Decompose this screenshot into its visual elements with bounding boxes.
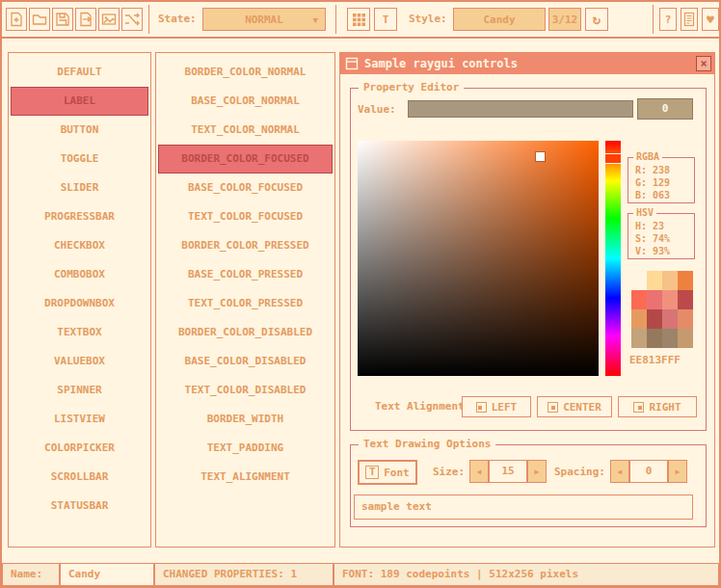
window-titlebar[interactable]: Sample raygui controls <box>340 53 714 74</box>
right-arrow-icon: ▶ <box>535 468 540 476</box>
control-list-item[interactable]: VALUEBOX <box>11 347 148 376</box>
control-list-item[interactable]: BUTTON <box>11 116 148 145</box>
right-arrow-icon: ▶ <box>676 468 681 476</box>
value-box[interactable]: 0 <box>637 98 693 120</box>
control-list-item[interactable]: LISTVIEW <box>11 405 148 434</box>
property-list-item[interactable]: TEXT_COLOR_FOCUSED <box>158 202 333 231</box>
spacing-value-box[interactable]: 0 <box>629 460 668 483</box>
export-image-button[interactable] <box>98 8 120 31</box>
sponsor-button[interactable]: ♥ <box>702 8 719 31</box>
control-list-item-selected[interactable]: LABEL <box>11 87 148 116</box>
property-list-item[interactable]: TEXT_PADDING <box>158 434 333 463</box>
name-status-label: Name: <box>2 563 60 586</box>
control-list-item[interactable]: SPINNER <box>11 376 148 405</box>
style-counter-value: 3/12 <box>552 13 578 26</box>
palette-swatch[interactable] <box>631 329 647 348</box>
property-list-item[interactable]: TEXT_COLOR_DISABLED <box>158 376 333 405</box>
palette-swatch[interactable] <box>678 309 693 329</box>
style-counter-button[interactable]: 3/12 <box>548 8 581 31</box>
control-list-item[interactable]: COLORPICKER <box>11 434 148 463</box>
help-icon: ? <box>665 13 672 26</box>
help-button[interactable]: ? <box>659 8 677 31</box>
align-center-label: CENTER <box>563 401 601 414</box>
property-list-item[interactable]: TEXT_ALIGNMENT <box>158 463 333 492</box>
palette-swatch[interactable] <box>678 290 693 309</box>
control-list-item[interactable]: TOGGLE <box>11 145 148 174</box>
heart-icon: ♥ <box>707 13 714 27</box>
size-label: Size: <box>433 462 465 483</box>
new-style-button[interactable] <box>6 8 27 31</box>
palette-swatch[interactable] <box>647 329 662 348</box>
align-left-button[interactable]: LEFT <box>462 396 531 417</box>
rgba-group: RGBA R: 238 G: 129 B: 063 <box>628 157 695 203</box>
properties-listview: BORDER_COLOR_NORMAL BASE_COLOR_NORMAL TE… <box>155 52 335 548</box>
palette-swatch[interactable] <box>631 271 647 290</box>
palette-swatch[interactable] <box>631 309 647 329</box>
property-list-item[interactable]: TEXT_COLOR_PRESSED <box>158 289 333 318</box>
state-dropdown[interactable]: NORMAL ▼ <box>202 8 326 31</box>
control-list-item[interactable]: CHECKBOX <box>11 231 148 260</box>
control-list-item[interactable]: PROGRESSBAR <box>11 202 148 231</box>
palette-swatch[interactable] <box>631 290 647 309</box>
spacing-increase-button[interactable]: ▶ <box>668 460 687 483</box>
palette-swatch[interactable] <box>647 290 662 309</box>
size-increase-button[interactable]: ▶ <box>527 460 547 483</box>
property-list-item[interactable]: BORDER_COLOR_DISABLED <box>158 318 333 347</box>
close-button[interactable]: × <box>696 56 711 71</box>
palette-swatch[interactable] <box>678 271 693 290</box>
property-list-item[interactable]: BASE_COLOR_NORMAL <box>158 87 333 116</box>
grid-view-button[interactable] <box>347 8 370 31</box>
property-list-item[interactable]: BASE_COLOR_PRESSED <box>158 260 333 289</box>
control-list-item[interactable]: TEXTBOX <box>11 318 148 347</box>
style-combobox[interactable]: Candy <box>453 8 546 31</box>
toolbar-divider <box>335 5 336 34</box>
palette-swatch[interactable] <box>647 271 662 290</box>
spacing-label: Spacing: <box>554 462 605 483</box>
control-list-item[interactable]: SCROLLBAR <box>11 463 148 492</box>
style-name-input[interactable]: Candy <box>60 563 154 586</box>
about-button[interactable] <box>681 8 698 31</box>
align-right-button[interactable]: RIGHT <box>618 396 697 417</box>
palette-swatch[interactable] <box>678 329 693 348</box>
hue-bar[interactable] <box>605 141 621 376</box>
random-style-button[interactable] <box>121 8 143 31</box>
property-list-item[interactable]: BORDER_COLOR_NORMAL <box>158 58 333 87</box>
size-decrease-button[interactable]: ◀ <box>469 460 489 483</box>
sample-text-input[interactable]: sample text <box>354 494 693 520</box>
align-center-button[interactable]: CENTER <box>537 396 612 417</box>
property-list-item[interactable]: TEXT_COLOR_NORMAL <box>158 116 333 145</box>
control-list-item[interactable]: DEFAULT <box>11 58 148 87</box>
spacing-decrease-button[interactable]: ◀ <box>610 460 629 483</box>
palette-swatch[interactable] <box>662 329 678 348</box>
control-list-item[interactable]: SLIDER <box>11 174 148 202</box>
property-list-item[interactable]: BORDER_WIDTH <box>158 405 333 434</box>
control-list-item[interactable]: STATUSBAR <box>11 492 148 521</box>
font-button[interactable]: T Font <box>358 460 417 485</box>
palette-swatch[interactable] <box>662 271 678 290</box>
control-list-item[interactable]: DROPDOWNBOX <box>11 289 148 318</box>
text-icon: T <box>383 13 389 26</box>
text-preview-button[interactable]: T <box>374 8 397 31</box>
value-slider[interactable] <box>408 100 633 118</box>
control-list-item[interactable]: COMBOBOX <box>11 260 148 289</box>
export-code-button[interactable] <box>75 8 96 31</box>
hsv-s-value: S: 74% <box>628 232 694 245</box>
save-style-button[interactable] <box>52 8 73 31</box>
palette-swatch[interactable] <box>662 290 678 309</box>
color-picker-cursor[interactable] <box>536 152 545 161</box>
reload-style-button[interactable]: ↻ <box>585 8 608 31</box>
property-list-item[interactable]: BASE_COLOR_DISABLED <box>158 347 333 376</box>
hue-bar-cursor[interactable] <box>604 153 622 164</box>
palette-swatch[interactable] <box>662 309 678 329</box>
property-list-item-selected[interactable]: BORDER_COLOR_FOCUSED <box>158 145 333 174</box>
toolbar: State: NORMAL ▼ T Style: Candy 3/12 ↻ ? <box>2 2 719 39</box>
open-style-button[interactable] <box>29 8 50 31</box>
palette-swatch[interactable] <box>647 309 662 329</box>
size-value-box[interactable]: 15 <box>489 460 527 483</box>
hex-color-value: EE813FFF <box>629 354 681 366</box>
font-button-label: Font <box>384 467 410 479</box>
color-picker-panel[interactable] <box>358 141 599 376</box>
align-right-icon <box>633 402 644 413</box>
property-list-item[interactable]: BASE_COLOR_FOCUSED <box>158 174 333 202</box>
property-list-item[interactable]: BORDER_COLOR_PRESSED <box>158 231 333 260</box>
